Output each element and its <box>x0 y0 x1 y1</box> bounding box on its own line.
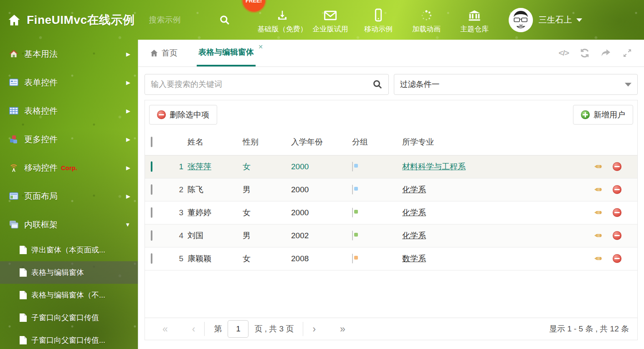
delete-icon[interactable] <box>613 231 621 240</box>
header-nav: FREE! 基础版（免费） 企业版试用 移动示例 加载动画 <box>259 6 499 34</box>
select-all-checkbox[interactable] <box>151 137 152 147</box>
code-icon[interactable]: </> <box>559 48 569 58</box>
sidebar-item-page-layout[interactable]: 页面布局 ▶ <box>0 182 138 210</box>
table-row[interactable]: 3 董婷婷 女 2000 化学系 ✏ <box>145 201 637 224</box>
pagination-bar: « ‹ 第 页 , 共 3 页 › » 显示 1 - 5 条 , 共 12 条 <box>145 318 637 340</box>
bank-icon <box>468 6 481 22</box>
cell-gender: 女 <box>243 155 291 178</box>
search-icon[interactable] <box>373 79 383 89</box>
table-row[interactable]: 1 张萍萍 女 2000 材料科学与工程系 ✏ <box>145 155 637 178</box>
pencil-icon[interactable]: ✏ <box>594 254 602 264</box>
tab-grid-edit-window[interactable]: 表格与编辑窗体 ✕ <box>197 40 256 66</box>
chevron-right-icon: ▶ <box>126 51 130 57</box>
nav-item-mobile-demo[interactable]: 移动示例 <box>355 6 403 34</box>
tag-icon <box>352 208 353 217</box>
nav-label: 基础版（免费） <box>258 24 307 34</box>
cell-year: 2002 <box>291 224 352 247</box>
expand-icon[interactable] <box>622 48 632 58</box>
first-page-button[interactable]: « <box>162 324 168 334</box>
home-icon[interactable] <box>8 13 21 27</box>
col-name: 姓名 <box>188 129 243 155</box>
sidebar-item-mobile-controls[interactable]: 移动控件 Corp. ▶ <box>0 153 138 182</box>
cell-gender: 男 <box>243 178 291 201</box>
header-search-input[interactable] <box>149 15 212 25</box>
divider <box>303 322 303 336</box>
pencil-icon[interactable]: ✏ <box>594 162 602 172</box>
row-checkbox[interactable] <box>151 207 152 218</box>
tab-bar: 首页 表格与编辑窗体 ✕ </> <box>138 40 644 67</box>
row-checkbox[interactable] <box>151 230 152 241</box>
layout-icon <box>8 191 19 201</box>
close-icon[interactable]: ✕ <box>258 43 263 50</box>
cell-name: 张萍萍 <box>188 155 243 178</box>
cell-name: 董婷婷 <box>188 201 243 224</box>
sidebar-subitem-grid-edit-window[interactable]: 表格与编辑窗体 <box>0 261 138 284</box>
refresh-icon[interactable] <box>580 48 590 58</box>
page-icon <box>19 290 27 300</box>
nav-label: 主题仓库 <box>460 24 489 34</box>
delete-icon[interactable] <box>613 208 621 217</box>
cell-group <box>352 155 402 178</box>
row-checkbox[interactable] <box>151 184 152 195</box>
delete-icon[interactable] <box>613 162 621 171</box>
table-row[interactable]: 2 陈飞 男 2000 化学系 ✏ <box>145 178 637 201</box>
chevron-right-icon: ▶ <box>126 193 130 199</box>
sidebar-item-more-controls[interactable]: 更多控件 ▶ <box>0 125 138 153</box>
chevron-down-icon <box>576 18 582 22</box>
plus-circle-icon <box>581 110 590 119</box>
col-year: 入学年份 <box>291 129 352 155</box>
tab-home[interactable]: 首页 <box>150 40 177 66</box>
minus-circle-icon <box>157 110 166 119</box>
sidebar-subitem-child-to-parent[interactable]: 子窗口向父窗口传值 <box>0 306 138 329</box>
sidebar-item-grid-controls[interactable]: 表格控件 ▶ <box>0 97 138 125</box>
sidebar-item-basic-usage[interactable]: 基本用法 ▶ <box>0 40 138 68</box>
corp-badge: Corp. <box>61 164 77 171</box>
filter-selected-value: 过滤条件一 <box>400 79 440 90</box>
row-checkbox[interactable] <box>151 161 152 172</box>
user-menu[interactable]: 三生石上 <box>509 8 582 32</box>
table-row[interactable]: 4 刘国 男 2002 化学系 ✏ <box>145 224 637 247</box>
delete-icon[interactable] <box>613 254 621 263</box>
cubes-icon <box>8 134 19 144</box>
pencil-icon[interactable]: ✏ <box>594 231 602 241</box>
pencil-icon[interactable]: ✏ <box>594 185 602 195</box>
page-number-input[interactable] <box>228 320 248 338</box>
users-table: 姓名 性别 入学年份 分组 所学专业 1 张萍萍 女 2000 材料科学与工程系… <box>145 129 637 270</box>
row-checkbox[interactable] <box>151 253 152 264</box>
keyword-search-input[interactable] <box>151 80 373 89</box>
next-page-button[interactable]: › <box>312 324 316 334</box>
search-icon[interactable] <box>219 15 230 25</box>
delete-icon[interactable] <box>613 185 621 194</box>
tab-label: 首页 <box>162 48 177 59</box>
table-icon <box>8 106 19 116</box>
chevron-right-icon: ▶ <box>126 165 130 171</box>
nav-item-basic-free[interactable]: FREE! 基础版（免费） <box>259 6 307 34</box>
cell-group <box>352 224 402 247</box>
cell-gender: 男 <box>243 224 291 247</box>
last-page-button[interactable]: » <box>340 324 345 334</box>
sidebar-item-form-controls[interactable]: 表单控件 ▶ <box>0 68 138 97</box>
share-icon[interactable] <box>601 48 611 58</box>
chevron-right-icon: ▶ <box>126 79 130 86</box>
nav-item-enterprise-trial[interactable]: 企业版试用 <box>307 6 355 34</box>
col-group: 分组 <box>352 129 402 155</box>
nav-item-loading-anim[interactable]: 加载动画 <box>403 6 451 34</box>
nav-label: 企业版试用 <box>313 24 348 34</box>
tag-icon <box>352 185 353 194</box>
add-user-button[interactable]: 新增用户 <box>573 105 633 125</box>
sidebar-subitem-child-to-parent-2[interactable]: 子窗口向父窗口传值... <box>0 329 138 349</box>
sidebar-item-iframe[interactable]: 内联框架 ▼ <box>0 210 138 239</box>
pencil-icon[interactable]: ✏ <box>594 208 602 218</box>
mobile-icon <box>374 6 383 22</box>
app-header: FineUIMvc在线示例 FREE! 基础版（免费） 企业版试用 移动示例 <box>0 0 644 40</box>
prev-page-button[interactable]: ‹ <box>192 324 195 334</box>
sidebar-subitem-popup-window[interactable]: 弹出窗体（本页面或... <box>0 239 138 261</box>
nav-item-theme-repo[interactable]: 主题仓库 <box>451 6 499 34</box>
home-icon <box>8 49 19 59</box>
sidebar-subitem-grid-edit-window-2[interactable]: 表格与编辑窗体（不... <box>0 284 138 306</box>
filter-dropdown[interactable]: 过滤条件一 <box>394 74 638 95</box>
delete-selected-button[interactable]: 删除选中项 <box>149 105 217 125</box>
chevron-down-icon <box>625 83 631 87</box>
cell-year: 2000 <box>291 201 352 224</box>
table-row[interactable]: 5 康颖颖 女 2008 数学系 ✏ <box>145 247 637 270</box>
